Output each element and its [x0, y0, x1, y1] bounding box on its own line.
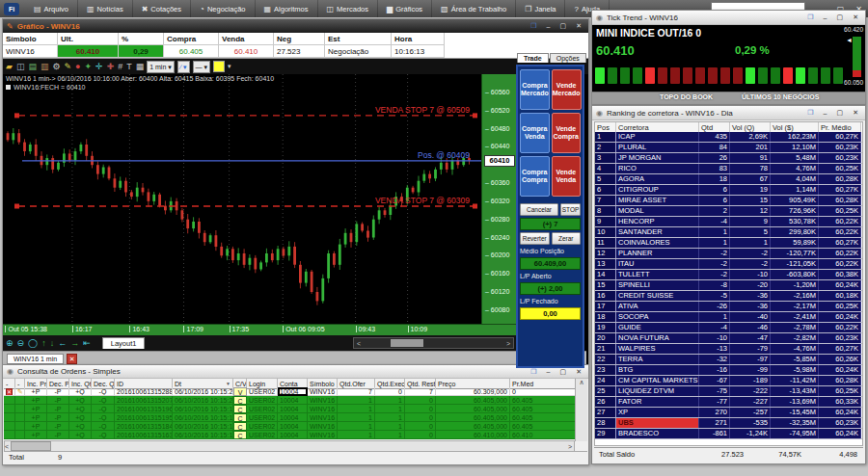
ranking-row[interactable]: 10SANTANDER15299,80K60,22K — [595, 227, 862, 238]
go-to-start-icon[interactable]: ⇤ — [83, 338, 91, 348]
menu-item-algoritmos[interactable]: ▦Algoritmos — [256, 0, 318, 17]
menu-item-gr-ficos[interactable]: ▆Gráficos — [378, 0, 432, 17]
zoom-out-icon[interactable]: ⊖ — [17, 338, 25, 348]
color-swatch[interactable] — [213, 61, 225, 72]
zoom-in-icon[interactable]: ⊕ — [6, 338, 14, 348]
orders-titlebar[interactable]: ◉ Consulta de Ordens - Simples ❐ – ▢ ✕ — [3, 365, 588, 379]
scroll-down-icon[interactable]: ↓ — [50, 338, 55, 348]
tab-opcoes[interactable]: Opções — [550, 53, 586, 63]
chart-horizontal-scrollbar[interactable]: < > — [353, 337, 514, 349]
inc-price-button[interactable]: +P — [25, 431, 47, 439]
minimize-icon[interactable]: – — [544, 23, 554, 30]
close-tab-icon[interactable]: ✕ — [67, 354, 77, 364]
scrollbar-right-icon[interactable]: > — [503, 340, 513, 347]
dec-qty-button[interactable]: -Q — [92, 396, 115, 405]
ranking-row[interactable]: 2PLURAL8420112,10M60,23K — [595, 143, 862, 153]
close-icon[interactable]: ✕ — [850, 13, 861, 21]
text-tool-icon[interactable]: T — [126, 60, 132, 73]
scroll-left-icon[interactable]: ← — [58, 338, 67, 348]
dec-qty-button[interactable]: -Q — [92, 422, 115, 431]
order-edit-cell[interactable] — [15, 431, 25, 439]
orders-vertical-scrollbar[interactable]: ∧ — [575, 379, 587, 441]
menu-item-mercados[interactable]: ◫Mercados — [318, 0, 379, 17]
order-cancel-cell[interactable] — [4, 422, 15, 431]
inc-qty-button[interactable]: +Q — [69, 431, 92, 439]
menu-item-cota-es[interactable]: ✖Cotações — [133, 0, 191, 17]
ranking-row[interactable]: 23BTG-16-99-5,98M60,24K — [595, 365, 862, 376]
zerar-button[interactable]: Zerar — [552, 232, 582, 245]
indicators-icon[interactable]: ✦ — [85, 60, 93, 73]
ranking-row[interactable]: 9HENCORP-49530,78K60,22K — [595, 217, 862, 227]
order-row[interactable]: +P-P+Q-Q20161006131520706/10/2016 10:15:… — [4, 396, 587, 405]
tick-trend-titlebar[interactable]: ◉ Tick Trend - WINV16 ❐ – ▢ ✕ — [592, 11, 865, 25]
sell-button-vende-venda[interactable]: Vende Venda — [552, 156, 582, 197]
order-edit-cell[interactable] — [15, 405, 25, 413]
dec-qty-button[interactable]: -Q — [92, 431, 115, 439]
ranking-row[interactable]: 13ITAU-2-2-121,05K60,22K — [595, 259, 862, 270]
save-icon[interactable]: ◫ — [16, 60, 25, 73]
scrollbar-thumb[interactable] — [391, 339, 423, 347]
ranking-row[interactable]: 20NOVA FUTURA-10-47-2,82M60,23K — [595, 333, 862, 344]
float-window-icon[interactable]: ❐ — [528, 22, 539, 30]
float-window-icon[interactable]: ❐ — [804, 109, 816, 117]
dec-qty-button[interactable]: -Q — [92, 405, 115, 413]
order-row[interactable]: +P-P+Q-Q20161006131516306/10/2016 10:15:… — [4, 431, 587, 439]
maximize-icon[interactable]: ▢ — [834, 109, 847, 117]
ranking-row[interactable]: 29BRADESCO-861-1,24K-74,95M60,24K — [595, 429, 862, 439]
float-window-icon[interactable]: ❐ — [804, 13, 816, 21]
order-row[interactable]: +P-P+Q-Q20161006131519606/10/2016 10:15:… — [4, 405, 587, 413]
ranking-row[interactable]: 18SOCOPA1-40-2,41M60,24K — [595, 312, 862, 323]
cancel-all-button[interactable]: Cancelar tudo — [520, 203, 558, 216]
order-row[interactable]: +P-P+Q-Q20161006131518406/10/2016 10:15:… — [4, 422, 587, 431]
maximize-icon[interactable]: ▢ — [557, 368, 570, 376]
trendline-icon[interactable]: ✚ — [107, 60, 115, 73]
order-cancel-cell[interactable] — [4, 431, 15, 439]
close-icon[interactable]: ✕ — [573, 22, 584, 30]
chart-window-titlebar[interactable]: ✎ Gráfico - WINV16 ❐ – ▢ ✕ — [3, 19, 588, 33]
price-axis[interactable]: 6056060520604806044060400603606032060280… — [481, 74, 518, 324]
sell-button-vende-mercado[interactable]: Vende Mercado — [552, 69, 582, 110]
ranking-titlebar[interactable]: ◉ Ranking de corretora - WINV16 - Dia ❐ … — [592, 106, 865, 120]
dec-price-button[interactable]: -P — [47, 413, 69, 422]
alert-icon[interactable]: ● — [75, 60, 80, 73]
dec-qty-button[interactable]: -Q — [92, 413, 115, 422]
pen-style-select[interactable]: ∕▾ — [177, 61, 190, 73]
ranking-row[interactable]: 21WALPIRES-13-79-4,76M60,27K — [595, 344, 862, 355]
ranking-row[interactable]: 14TULLETT-2-10-603,80K60,38K — [595, 270, 862, 280]
open-folder-icon[interactable]: ▰ — [6, 60, 13, 73]
ranking-row[interactable]: 3JP MORGAN26915,48M60,23K — [595, 153, 862, 164]
order-edit-cell[interactable] — [15, 422, 25, 431]
menu-item-janela[interactable]: ❐Janela — [516, 0, 565, 17]
scroll-up-icon[interactable]: ∧ — [579, 379, 583, 385]
sell-button-vende-compra[interactable]: Vende Compra — [552, 113, 582, 153]
scroll-up-icon[interactable]: ↑ — [41, 338, 46, 348]
settings-gear-icon[interactable]: ⚙ — [52, 60, 60, 73]
dec-price-button[interactable]: -P — [47, 405, 69, 413]
inc-qty-button[interactable]: +Q — [69, 413, 92, 422]
maximize-icon[interactable]: ▢ — [557, 22, 570, 30]
edit-order-icon[interactable]: ✎ — [17, 388, 23, 395]
inc-price-button[interactable]: +P — [25, 422, 47, 431]
minimize-icon[interactable]: – — [821, 14, 830, 21]
scrollbar-left-icon[interactable]: < — [5, 443, 9, 450]
ranking-row[interactable]: 12PLANNER-2-2-120,77K60,22K — [595, 249, 862, 259]
ranking-row[interactable]: 8MODAL212726,96K60,25K — [595, 206, 862, 217]
ranking-row[interactable]: 19GUIDE-4-46-2,78M60,22K — [595, 323, 862, 333]
menu-item-not-cias[interactable]: ▥Notícias — [78, 0, 133, 17]
line-style-select[interactable]: —▾ — [193, 61, 211, 73]
crosshair-icon[interactable]: ✛ — [95, 60, 103, 73]
timeframe-select[interactable]: 1 min▾ — [147, 61, 175, 73]
dec-price-button[interactable]: -P — [47, 387, 69, 396]
ranking-row[interactable]: 22TERRA-32-97-5,85M60,26K — [595, 355, 862, 365]
order-cancel-cell[interactable] — [4, 396, 15, 405]
minimize-icon[interactable]: – — [544, 368, 554, 375]
inc-price-button[interactable]: +P — [25, 396, 47, 405]
tab-trade[interactable]: Trade — [517, 53, 549, 63]
order-cancel-cell[interactable] — [4, 413, 15, 422]
cancel-order-icon[interactable]: ✕ — [6, 388, 13, 396]
chevron-down-icon[interactable]: ▾ — [228, 63, 231, 70]
maximize-icon[interactable]: ▢ — [834, 13, 847, 21]
inc-price-button[interactable]: +P — [25, 405, 47, 413]
order-edit-cell[interactable] — [15, 396, 25, 405]
menu-item-arquivo[interactable]: ▤Arquivo — [25, 0, 78, 17]
